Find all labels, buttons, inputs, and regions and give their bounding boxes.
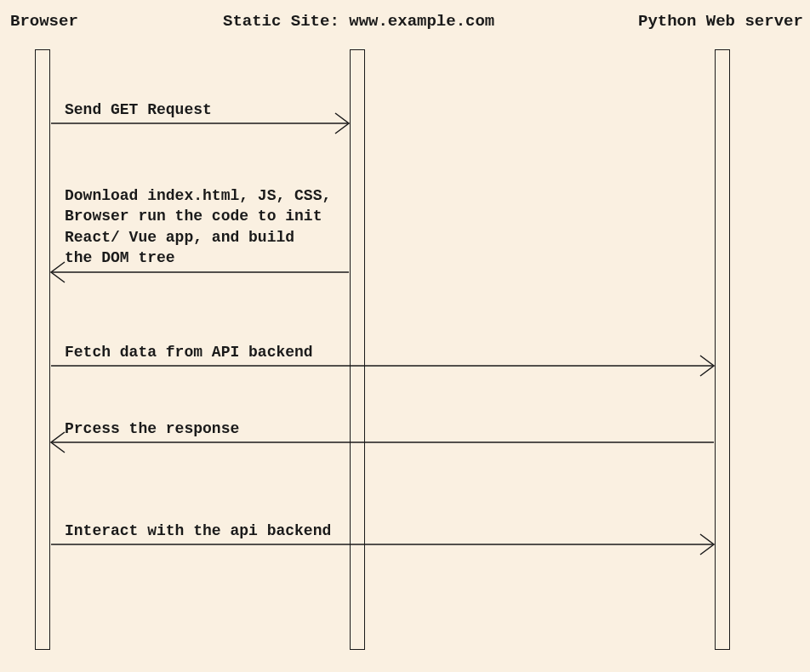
- participant-label-static-site: Static Site: www.example.com: [223, 12, 494, 31]
- message-label-1: Download index.html, JS, CSS, Browser ru…: [65, 185, 331, 268]
- message-label-3: Prcess the response: [65, 419, 239, 439]
- lifeline-browser: [35, 49, 50, 650]
- message-label-4: Interact with the api backend: [65, 521, 331, 541]
- message-label-0: Send GET Request: [65, 100, 212, 120]
- lifeline-python-server: [715, 49, 730, 650]
- participant-label-python-server: Python Web server: [638, 12, 803, 31]
- message-label-2: Fetch data from API backend: [65, 342, 313, 362]
- lifeline-static-site: [350, 49, 365, 650]
- participant-label-browser: Browser: [10, 12, 78, 31]
